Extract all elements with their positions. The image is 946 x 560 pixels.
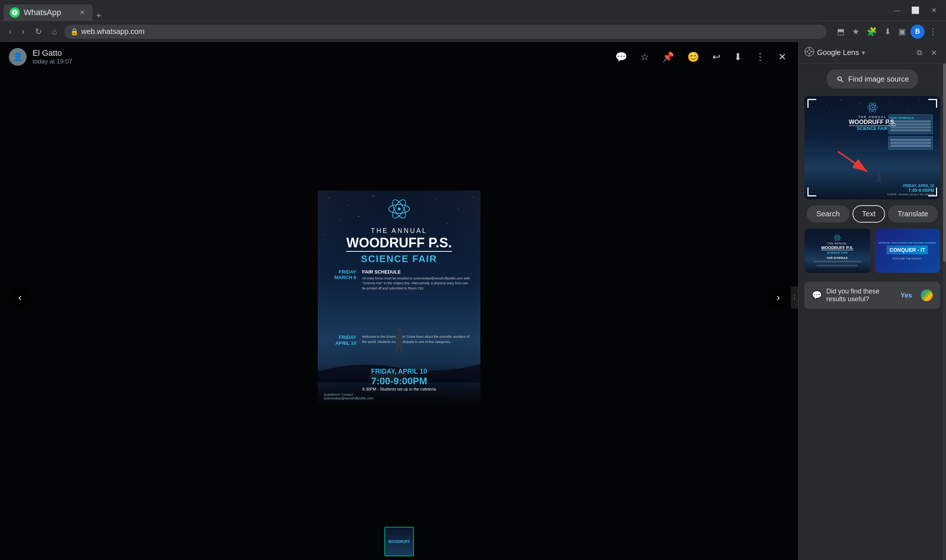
overlay-actions: 💬 ☆ 📌 😊 ↩ ⬇ ⋮ ✕ xyxy=(612,48,789,66)
find-source-section: Find image source xyxy=(804,69,940,89)
poster-image: THE ANNUAL WOODRUFF P.S. SCIENCE FAIR FR… xyxy=(318,191,480,405)
reload-button[interactable]: ↻ xyxy=(32,24,45,40)
lens-close-icon[interactable]: ✕ xyxy=(928,45,940,60)
tab-title: WhatsApp xyxy=(24,8,61,17)
mini-event: SCIENCE FAIR xyxy=(856,126,887,131)
new-tab-button[interactable]: + xyxy=(93,10,105,21)
extension-icon[interactable]: 🧩 xyxy=(864,24,880,40)
svg-point-12 xyxy=(480,231,480,231)
poster-contact: Questions? Contact sciencedept@woodruffp… xyxy=(324,393,474,400)
divider-handle[interactable]: ⋮ xyxy=(791,286,798,309)
url-text: web.whatsapp.com xyxy=(81,27,821,36)
next-arrow[interactable]: › xyxy=(767,286,789,309)
mini-person xyxy=(875,170,883,185)
overlay-info: El Gatto today at 19:07 xyxy=(32,48,606,65)
forward-button[interactable]: › xyxy=(19,24,27,40)
menu-icon[interactable]: ⋮ xyxy=(926,24,940,40)
result1-line2 xyxy=(816,265,858,266)
lens-external-link[interactable]: ⧉ xyxy=(914,45,925,60)
poster-dates: FRIDAYMARCH 8 xyxy=(327,269,356,332)
lens-content: Find image source xyxy=(799,63,946,560)
schedule-title: FAIR SCHEDULE xyxy=(362,269,472,275)
tab-search[interactable]: Search xyxy=(807,205,849,223)
feedback-icon: 💬 xyxy=(812,291,822,300)
chat-icon[interactable]: 💬 xyxy=(612,48,630,66)
tab-text[interactable]: Text xyxy=(852,205,886,223)
download-icon[interactable]: ⬇ xyxy=(881,24,894,40)
message-time: today at 19:07 xyxy=(32,58,606,65)
sidebar-icon[interactable]: ▣ xyxy=(895,24,909,40)
find-source-button[interactable]: Find image source xyxy=(827,69,918,89)
svg-point-28 xyxy=(838,77,838,78)
profile-button[interactable]: B xyxy=(911,25,924,39)
window-controls: — ⬜ ✕ xyxy=(888,5,942,16)
svg-point-9 xyxy=(414,212,414,213)
svg-point-11 xyxy=(323,234,324,235)
poster-date2: FRIDAYAPRIL 10 xyxy=(327,334,356,346)
poster-event-name: SCIENCE FAIR xyxy=(361,253,437,265)
thumbnail-strip: WOODRUFF xyxy=(0,523,798,560)
poster-annual: THE ANNUAL xyxy=(370,227,427,235)
tab-translate[interactable]: Translate xyxy=(888,205,938,223)
result2-title: ARTIFICIAL INTELLIGENCE AND MACHINE LEAR… xyxy=(878,242,936,244)
result-image-2: ARTIFICIAL INTELLIGENCE AND MACHINE LEAR… xyxy=(875,229,940,273)
poster-bottom: FRIDAY, APRIL 10 7:00-9:00PM 6:30PM - St… xyxy=(318,363,480,405)
lens-chevron-icon[interactable]: ▾ xyxy=(862,49,865,57)
lens-panel: Google Lens ▾ ⧉ ✕ xyxy=(798,42,946,560)
lens-preview: THE ANNUAL WOODRUFF P.S. SCIENCE FAIR FA… xyxy=(804,96,940,199)
result1-line1 xyxy=(813,261,861,263)
result-card-1[interactable]: THE ANNUAL WOODRUFF P.S. SCIENCE FAIR FA… xyxy=(804,229,870,273)
svg-point-1 xyxy=(347,205,348,206)
scrollbar[interactable] xyxy=(943,63,946,560)
poster-desc1: FAIR SCHEDULE All entry forms must be em… xyxy=(362,269,472,332)
svg-point-7 xyxy=(340,220,340,220)
pin-icon[interactable]: 📌 xyxy=(659,48,677,66)
feedback-yes-button[interactable]: Yes xyxy=(896,289,917,302)
back-button[interactable]: ‹ xyxy=(6,24,14,40)
main-content: 👤 El Gatto today at 19:07 💬 ☆ 📌 😊 ↩ ⬇ ⋮ … xyxy=(0,42,946,560)
result-image-1: THE ANNUAL WOODRUFF P.S. SCIENCE FAIR FA… xyxy=(804,229,870,273)
poster-schedule: FRIDAYMARCH 8 FAIR SCHEDULE All entry fo… xyxy=(327,269,472,332)
emoji-icon[interactable]: 😊 xyxy=(684,48,702,66)
lens-title: Google Lens xyxy=(817,48,859,57)
svg-point-8 xyxy=(358,215,359,217)
svg-point-5 xyxy=(458,209,458,209)
lock-icon: 🔒 xyxy=(70,28,78,36)
active-tab[interactable]: WhatsApp ✕ xyxy=(4,5,93,21)
cast-icon[interactable]: ⬒ xyxy=(834,24,848,40)
svg-point-4 xyxy=(436,199,437,200)
contact-label: Questions? Contact xyxy=(324,393,353,397)
prev-arrow[interactable]: ‹ xyxy=(9,286,31,309)
svg-point-6 xyxy=(473,197,473,197)
title-bar: WhatsApp ✕ + — ⬜ ✕ xyxy=(0,0,946,21)
minimize-button[interactable]: — xyxy=(888,5,905,16)
close-icon[interactable]: ✕ xyxy=(775,48,789,66)
download-icon[interactable]: ⬇ xyxy=(731,48,745,66)
poster-school-name: WOODRUFF P.S. xyxy=(346,236,452,252)
star-icon[interactable]: ☆ xyxy=(637,48,652,66)
svg-point-45 xyxy=(836,237,838,238)
more-icon[interactable]: ⋮ xyxy=(752,48,768,66)
tab-close-button[interactable]: ✕ xyxy=(77,8,86,17)
schedule-highlight-2 xyxy=(888,136,933,149)
person-silhouette xyxy=(390,327,408,357)
result2-sub: EXPLORE THE EVENTS xyxy=(893,257,922,260)
forward-icon[interactable]: ↩ xyxy=(710,48,724,66)
result1-event: SCIENCE FAIR xyxy=(827,251,848,254)
url-input[interactable]: 🔒 web.whatsapp.com xyxy=(64,25,827,39)
result-card-2[interactable]: ARTIFICIAL INTELLIGENCE AND MACHINE LEAR… xyxy=(875,229,940,273)
home-button[interactable]: ⌂ xyxy=(49,24,60,40)
mini-poster: THE ANNUAL WOODRUFF P.S. SCIENCE FAIR xyxy=(810,102,934,131)
close-button[interactable]: ✕ xyxy=(925,5,942,16)
poster-main-time: 7:00-9:00PM xyxy=(324,375,474,387)
thumbnail-1[interactable]: WOODRUFF xyxy=(384,527,414,556)
svg-point-40 xyxy=(878,170,880,173)
result2-main: CONQUER - IT xyxy=(886,246,928,254)
svg-point-0 xyxy=(329,197,329,198)
feedback-bar: 💬 Did you find these results useful? Yes xyxy=(804,282,940,309)
maximize-button[interactable]: ⬜ xyxy=(907,5,924,16)
contact-email: sciencedept@woodruffpublic.com xyxy=(324,397,373,400)
bookmark-icon[interactable]: ★ xyxy=(849,24,863,40)
lens-header-actions: ⧉ ✕ xyxy=(914,45,940,60)
tab-bar: WhatsApp ✕ + xyxy=(4,0,105,21)
